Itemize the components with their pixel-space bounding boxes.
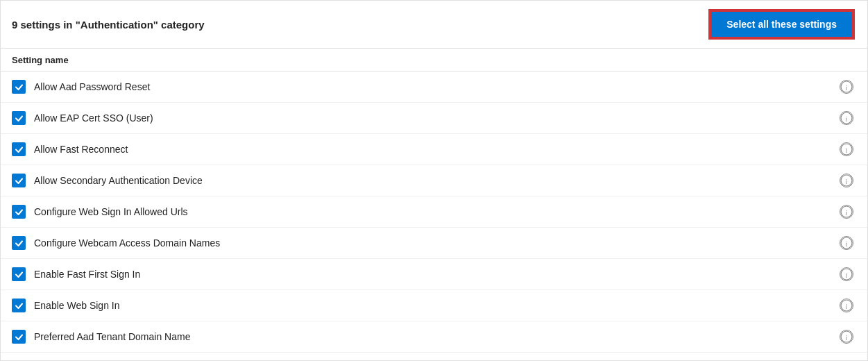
- item-left-7: Enable Fast First Sign In: [12, 267, 140, 281]
- checkbox-8[interactable]: [12, 299, 26, 312]
- item-left-4: Allow Secondary Authentication Device: [12, 174, 203, 187]
- svg-text:i: i: [846, 209, 848, 217]
- setting-label-2: Allow EAP Cert SSO (User): [34, 112, 153, 124]
- svg-text:i: i: [846, 84, 848, 92]
- svg-text:i: i: [846, 271, 848, 279]
- main-container: 9 settings in "Authentication" category …: [0, 0, 868, 361]
- svg-text:i: i: [846, 115, 848, 123]
- setting-label-5: Configure Web Sign In Allowed Urls: [34, 206, 188, 217]
- info-icon-3[interactable]: i: [840, 142, 853, 156]
- list-item: Allow Secondary Authentication Device i: [1, 165, 867, 196]
- checkbox-1[interactable]: [12, 80, 26, 94]
- column-header-row: Setting name: [1, 49, 867, 72]
- checkbox-5[interactable]: [12, 205, 26, 219]
- setting-label-3: Allow Fast Reconnect: [34, 144, 128, 155]
- setting-label-1: Allow Aad Password Reset: [34, 81, 150, 92]
- list-item: Configure Webcam Access Domain Names i: [1, 228, 867, 259]
- list-item: Configure Web Sign In Allowed Urls i: [1, 196, 867, 228]
- svg-text:i: i: [846, 178, 848, 185]
- page-title: 9 settings in "Authentication" category: [12, 19, 205, 31]
- svg-text:i: i: [846, 146, 848, 154]
- list-item: Allow EAP Cert SSO (User) i: [1, 103, 867, 134]
- item-left-9: Preferred Aad Tenant Domain Name: [12, 330, 190, 344]
- checkbox-3[interactable]: [12, 142, 26, 156]
- svg-text:i: i: [846, 334, 848, 342]
- svg-text:i: i: [846, 240, 848, 248]
- list-item: Enable Web Sign In i: [1, 290, 867, 321]
- header-row: 9 settings in "Authentication" category …: [1, 1, 867, 49]
- checkbox-9[interactable]: [12, 330, 26, 344]
- list-item: Allow Aad Password Reset i: [1, 72, 867, 103]
- info-icon-7[interactable]: i: [840, 267, 853, 281]
- item-left-8: Enable Web Sign In: [12, 299, 120, 312]
- info-icon-5[interactable]: i: [840, 205, 853, 219]
- item-left-5: Configure Web Sign In Allowed Urls: [12, 205, 188, 219]
- list-item: Enable Fast First Sign In i: [1, 259, 867, 290]
- item-left-6: Configure Webcam Access Domain Names: [12, 236, 220, 250]
- svg-text:i: i: [846, 303, 848, 310]
- checkbox-6[interactable]: [12, 236, 26, 250]
- info-icon-8[interactable]: i: [840, 299, 853, 312]
- item-left-3: Allow Fast Reconnect: [12, 142, 128, 156]
- list-item: Preferred Aad Tenant Domain Name i: [1, 321, 867, 353]
- info-icon-9[interactable]: i: [840, 330, 853, 344]
- item-left-1: Allow Aad Password Reset: [12, 80, 150, 94]
- checkbox-4[interactable]: [12, 174, 26, 187]
- info-icon-4[interactable]: i: [840, 174, 853, 187]
- setting-label-9: Preferred Aad Tenant Domain Name: [34, 331, 190, 342]
- checkbox-2[interactable]: [12, 111, 26, 125]
- info-icon-1[interactable]: i: [840, 80, 853, 94]
- setting-label-7: Enable Fast First Sign In: [34, 269, 140, 280]
- item-left-2: Allow EAP Cert SSO (User): [12, 111, 153, 125]
- setting-label-6: Configure Webcam Access Domain Names: [34, 237, 220, 249]
- setting-label-4: Allow Secondary Authentication Device: [34, 175, 203, 186]
- info-icon-2[interactable]: i: [840, 111, 853, 125]
- checkbox-7[interactable]: [12, 267, 26, 281]
- setting-label-8: Enable Web Sign In: [34, 300, 120, 311]
- settings-list[interactable]: Allow Aad Password Reset i Allow EAP Cer…: [1, 72, 867, 360]
- list-item: Allow Fast Reconnect i: [1, 134, 867, 165]
- setting-name-column-header: Setting name: [12, 55, 69, 65]
- info-icon-6[interactable]: i: [840, 236, 853, 250]
- select-all-button[interactable]: Select all these settings: [710, 10, 853, 38]
